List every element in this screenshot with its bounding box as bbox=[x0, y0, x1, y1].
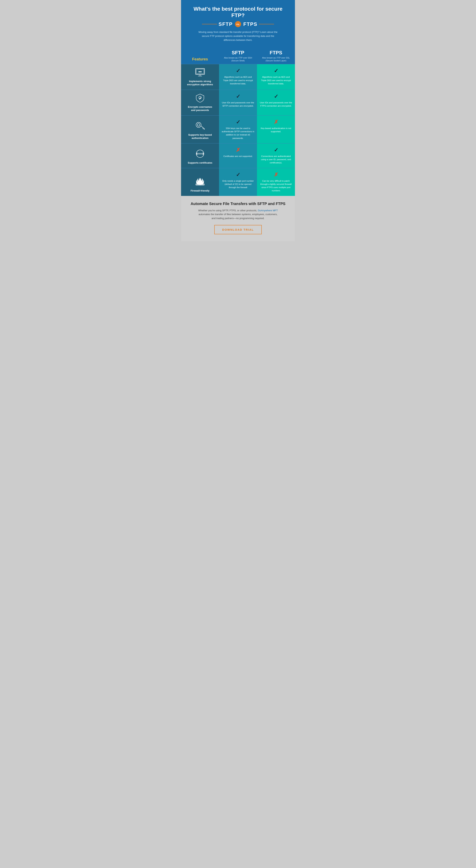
ftps-credentials: ✓ User IDs and passwords over the FTPS c… bbox=[257, 90, 295, 115]
sftp-firewall-text: Only needs a single port number (default… bbox=[221, 179, 255, 189]
ftps-credentials-text: User IDs and passwords over the FTPS con… bbox=[259, 101, 293, 108]
firewall-icon bbox=[195, 177, 205, 187]
key-icon bbox=[195, 121, 205, 131]
svg-text:▦▦▦: ▦▦▦ bbox=[199, 71, 202, 72]
sftp-firewall: ✓ Only needs a single port number (defau… bbox=[219, 168, 257, 196]
ftps-certificates-text: Connections are authenticated using a us… bbox=[259, 155, 293, 164]
goanywhere-link[interactable]: GoAnywhere MFT bbox=[258, 209, 278, 212]
ftps-firewall-text: Can be very difficult to patch through a… bbox=[259, 179, 293, 192]
firewall-label-text: Firewall-friendly bbox=[191, 189, 209, 192]
svg-point-8 bbox=[197, 124, 200, 126]
vs-circle: vs. bbox=[235, 21, 241, 27]
bottom-description: Whether you're using SFTP, FTPS, or othe… bbox=[198, 209, 278, 220]
label-keybased: Supports key-basedauthentication bbox=[181, 116, 219, 143]
arrows-icon bbox=[195, 149, 205, 159]
row-encryption: ▦▦▦ Implements strongencryption algorith… bbox=[181, 64, 295, 90]
ftps-keybased-cross: ✗ bbox=[274, 119, 278, 125]
label-credentials: Encrypts usernamesand passwords bbox=[181, 90, 219, 115]
features-column-header: Features bbox=[181, 50, 219, 62]
header-section: What's the best protocol for secure FTP?… bbox=[181, 0, 295, 46]
label-encryption: ▦▦▦ Implements strongencryption algorith… bbox=[181, 64, 219, 90]
sftp-keybased-check: ✓ bbox=[236, 119, 240, 125]
row-credentials: Encrypts usernamesand passwords ✓ User I… bbox=[181, 90, 295, 115]
ftps-keybased-text: Key-based authentication is not supporte… bbox=[259, 127, 293, 133]
encryption-label-text: Implements strongencryption algorithms bbox=[187, 80, 213, 86]
ftps-encryption: ✓ Algorithms such as AES and Triple DES … bbox=[257, 64, 295, 90]
sftp-credentials-check: ✓ bbox=[236, 93, 240, 99]
sftp-encryption-text: Algorithms such as AES and Triple DES ar… bbox=[221, 75, 255, 85]
vs-line-left bbox=[202, 24, 217, 24]
bottom-desc-before: Whether you're using SFTP, FTPS, or othe… bbox=[198, 209, 258, 212]
ftps-keybased: ✗ Key-based authentication is not suppor… bbox=[257, 116, 295, 143]
bottom-title: Automate Secure File Transfers with SFTP… bbox=[189, 202, 287, 206]
bottom-section: Automate Secure File Transfers with SFTP… bbox=[181, 196, 295, 241]
sftp-certificates: ✗ Certificates are not supported. bbox=[219, 144, 257, 168]
keybased-label-text: Supports key-basedauthentication bbox=[188, 133, 212, 140]
sftp-keybased: ✓ SSH keys can be used to authenticate S… bbox=[219, 116, 257, 143]
sftp-column-header: SFTP Also known as: FTP over SSH (Secure… bbox=[219, 50, 257, 62]
ftps-certificates-check: ✓ bbox=[274, 147, 278, 153]
row-firewall: Firewall-friendly ✓ Only needs a single … bbox=[181, 168, 295, 196]
ftps-encryption-text: Algorithms such as AES and Triple DES ar… bbox=[259, 75, 293, 85]
ftps-title-header: FTPS bbox=[243, 21, 258, 27]
sftp-encryption-check: ✓ bbox=[236, 68, 240, 74]
sftp-certificates-text: Certificates are not supported. bbox=[224, 155, 252, 158]
certificates-label-text: Supports certificates bbox=[188, 161, 212, 164]
vs-banner: SFTP vs. FTPS bbox=[189, 21, 287, 27]
sftp-certificates-cross: ✗ bbox=[236, 147, 240, 153]
ftps-certificates: ✓ Connections are authenticated using a … bbox=[257, 144, 295, 168]
bottom-desc-after: automates the transfer of files between … bbox=[199, 213, 277, 220]
monitor-icon: ▦▦▦ bbox=[195, 68, 205, 78]
label-certificates: Supports certificates bbox=[181, 144, 219, 168]
sftp-encryption: ✓ Algorithms such as AES and Triple DES … bbox=[219, 64, 257, 90]
column-headers: Features SFTP Also known as: FTP over SS… bbox=[181, 50, 295, 64]
row-certificates: Supports certificates ✗ Certificates are… bbox=[181, 143, 295, 168]
sftp-keybased-text: SSH keys can be used to authenticate SFT… bbox=[221, 127, 255, 140]
main-title: What's the best protocol for secure FTP? bbox=[189, 6, 287, 19]
sftp-credentials: ✓ User IDs and passwords over the SFTP c… bbox=[219, 90, 257, 115]
ftps-column-header: FTPS Also known as: FTP over SSL (Secure… bbox=[257, 50, 295, 62]
sftp-firewall-check: ✓ bbox=[236, 172, 240, 178]
svg-point-7 bbox=[196, 122, 201, 127]
vs-line-right bbox=[259, 24, 274, 24]
header-description: Moving away from standard file transfer … bbox=[198, 30, 278, 42]
download-trial-button[interactable]: DOWNLOAD TRIAL bbox=[214, 225, 262, 234]
ftps-encryption-check: ✓ bbox=[274, 68, 278, 74]
label-firewall: Firewall-friendly bbox=[181, 168, 219, 196]
credentials-label-text: Encrypts usernamesand passwords bbox=[188, 105, 212, 112]
row-keybased: Supports key-basedauthentication ✓ SSH k… bbox=[181, 115, 295, 143]
ftps-credentials-check: ✓ bbox=[274, 93, 278, 99]
comparison-table: Features SFTP Also known as: FTP over SS… bbox=[181, 46, 295, 196]
sftp-title-header: SFTP bbox=[218, 21, 233, 27]
ftps-firewall: ✗ Can be very difficult to patch through… bbox=[257, 168, 295, 196]
sftp-credentials-text: User IDs and passwords over the SFTP con… bbox=[221, 101, 255, 108]
shield-icon bbox=[195, 93, 205, 103]
ftps-firewall-cross: ✗ bbox=[274, 172, 278, 178]
